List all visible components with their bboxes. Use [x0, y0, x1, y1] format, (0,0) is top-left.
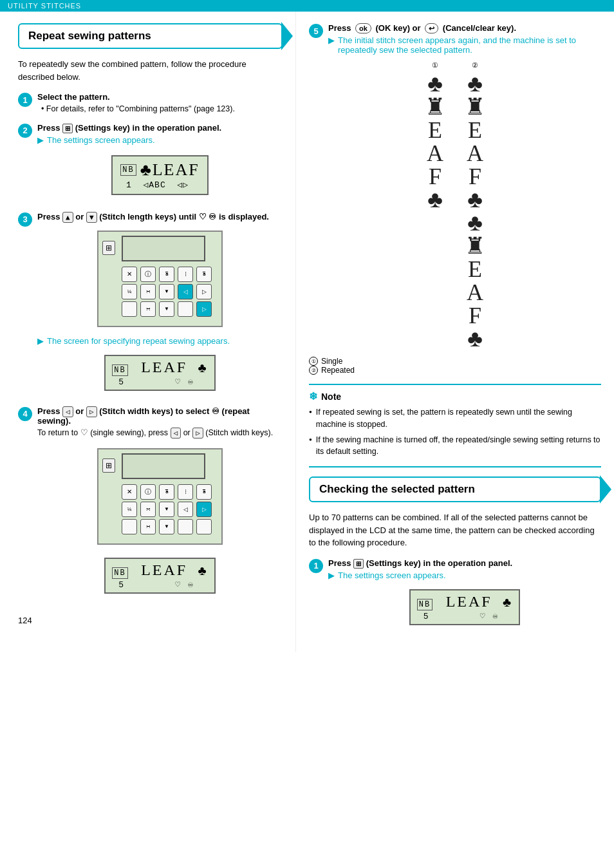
k4-x: ✕	[122, 484, 137, 500]
step-5-row: 5 Press ok (OK key) or ↩ (Cancel/clear k…	[309, 23, 601, 55]
k4-left: ◁	[178, 502, 193, 517]
top-bar: UTILITY STITCHES	[0, 0, 614, 12]
step-1-circle: 1	[18, 93, 32, 107]
page-number: 124	[18, 616, 283, 625]
step-5-title: Press ok (OK key) or ↩ (Cancel/clear key…	[328, 23, 601, 33]
k4-ii2: ∺	[140, 519, 156, 534]
key-a-up2: a̅	[196, 267, 212, 282]
keypad-grid: ✕ ⓘ a̅ ⁝ a̅ ¼ ∺ ▼ ◁ ▷	[122, 267, 218, 317]
right-key-4: ▷	[86, 406, 97, 417]
check-step-1-result: The settings screen appears.	[328, 571, 601, 580]
left-key-4b: ◁	[171, 428, 181, 439]
key-left2	[178, 301, 193, 317]
step-2-circle: 2	[18, 124, 32, 138]
step-3-result: The screen for specifying repeat sewing …	[37, 336, 283, 346]
snowflake-icon: ❄	[309, 390, 317, 402]
k4-dn2: ▼	[159, 519, 174, 534]
keypad-grid-4: ✕ ⓘ a̅ ⁝ a̅ ¼ ∺ ▼ ◁ ▷	[122, 484, 218, 534]
rep2-line1: NB LEAF ♣	[112, 561, 207, 580]
check-step-1-row: 1 Press ⊞ (Settings key) in the operatio…	[309, 558, 601, 634]
right-key-4b: ▷	[192, 428, 203, 439]
sewing-diagram: ① ♣♜EAF♣ ② ♣♜EAF♣♣♜EAF♣	[309, 61, 601, 350]
legend-item-1: ① Single	[309, 357, 601, 366]
panel-4-settings-icon: ⊞	[102, 458, 115, 473]
key-last1	[122, 301, 137, 317]
check-lcd-line2: 5 ♡ ♾	[417, 611, 512, 621]
key-right2: ▷	[196, 301, 212, 317]
section-arrow	[281, 22, 293, 50]
k4-dn: ▼	[159, 502, 174, 517]
key-a-dn2: ▼	[159, 301, 174, 317]
lcd-repeat-box-2: NB LEAF ♣ 5 ♡ ♾	[104, 558, 215, 594]
step-5-content: Press ok (OK key) or ↩ (Cancel/clear key…	[328, 23, 601, 55]
step-4-circle: 4	[18, 407, 32, 421]
lcd-nb-icon: NB	[120, 164, 136, 176]
key-ii: ∺	[140, 284, 156, 299]
key-a-dn: ▼	[159, 284, 174, 299]
left-column: Repeat sewing patterns To repeatedly sew…	[0, 12, 296, 652]
key-left: ◁	[178, 284, 193, 299]
lcd-repeat-2: NB LEAF ♣ 5 ♡ ♾	[37, 554, 283, 598]
section-check-box: Checking the selected pattern	[309, 476, 601, 502]
lcd-repeat: NB LEAF ♣ 5 ♡ ♾	[37, 351, 283, 395]
step-3-circle: 3	[18, 212, 32, 227]
step-3-row: 3 Press ▲ or ▼ (Stitch length keys) unti…	[18, 212, 283, 400]
k4-i: ⓘ	[140, 484, 156, 500]
panel-screen-inner	[122, 236, 205, 261]
sewing-col-single: ① ♣♜EAF♣	[425, 61, 445, 350]
check-step-1-circle: 1	[309, 559, 323, 573]
lcd-check: NB LEAF ♣ 5 ♡ ♾	[328, 585, 601, 629]
cancel-key-icon: ↩	[425, 23, 438, 33]
rep-line2: 5 ♡ ♾	[112, 377, 207, 387]
step-4-body: To return to ♡ (single sewing), press ◁ …	[37, 427, 283, 439]
lcd-check-box: NB LEAF ♣ 5 ♡ ♾	[409, 589, 520, 625]
key-dot: ⁝	[178, 267, 193, 282]
section-check-title: Checking the selected pattern	[319, 483, 475, 495]
legend: ① Single ② Repeated	[309, 357, 601, 375]
panel-4: ⊞ ✕ ⓘ a̅ ⁝ a̅ ¼	[97, 448, 223, 545]
nb-icon-r: NB	[112, 364, 127, 376]
lcd-1: NB ♣LEAF 1 ◁ABC ◁▷	[111, 155, 208, 195]
section-repeat-box: Repeat sewing patterns	[18, 23, 283, 49]
section-repeat-title: Repeat sewing patterns	[28, 30, 151, 42]
check-step-1-content: Press ⊞ (Settings key) in the operation …	[328, 558, 601, 634]
up-key-icon: ▲	[62, 212, 73, 223]
ok-key-icon: ok	[355, 23, 371, 33]
lcd-repeat-box: NB LEAF ♣ 5 ♡ ♾	[104, 355, 215, 391]
step-1-row: 1 Select the pattern. • For details, ref…	[18, 92, 283, 117]
step-2-result: The settings screen appears.	[37, 135, 283, 145]
rep-line1: NB LEAF ♣	[112, 359, 207, 377]
col-label-2: ②	[472, 61, 478, 70]
step-1-bullet: • For details, refer to "Combining patte…	[41, 103, 283, 115]
step-3-content: Press ▲ or ▼ (Stitch length keys) until …	[37, 212, 283, 400]
k4-dot: ⁝	[178, 484, 193, 500]
step-4-title: Press ◁ or ▷ (Stitch width keys) to sele…	[37, 406, 283, 426]
key-a-up: a̅	[159, 267, 174, 282]
note-item-1: If repeated sewing is set, the pattern i…	[309, 406, 601, 431]
sewing-repeated-symbol: ♣♜EAF♣♣♜EAF♣	[465, 72, 485, 350]
k4-right2	[196, 519, 212, 534]
col-label-1: ①	[432, 61, 438, 70]
key-14: ¼	[122, 284, 137, 299]
legend-item-2: ② Repeated	[309, 366, 601, 375]
right-column: 5 Press ok (OK key) or ↩ (Cancel/clear k…	[296, 12, 614, 652]
k4-right: ▷	[196, 502, 212, 517]
step-3-title: Press ▲ or ▼ (Stitch length keys) until …	[37, 212, 283, 222]
k4-14: ¼	[122, 502, 137, 517]
lcd-display-1: NB ♣LEAF 1 ◁ABC ◁▷	[37, 150, 283, 200]
note-box: ❄ Note If repeated sewing is set, the pa…	[309, 384, 601, 467]
panel-4-screen-inner	[122, 453, 205, 479]
k4-e1	[122, 519, 137, 534]
check-intro: Up to 70 patterns can be combined. If al…	[309, 511, 601, 549]
step-2-title: Press ⊞ (Settings key) in the operation …	[37, 123, 283, 133]
step-1-title: Select the pattern.	[37, 92, 283, 102]
sewing-single-symbol: ♣♜EAF♣	[425, 72, 445, 211]
step-4-screen: ⊞ ✕ ⓘ a̅ ⁝ a̅ ¼	[37, 444, 283, 549]
sewing-col-repeated: ② ♣♜EAF♣♣♜EAF♣	[465, 61, 485, 350]
legend-circle-2: ②	[309, 366, 318, 375]
settings-key-icon-check: ⊞	[353, 559, 364, 569]
step-4-row: 4 Press ◁ or ▷ (Stitch width keys) to se…	[18, 406, 283, 603]
step-3-screen: ⊞ ✕ ⓘ a̅ ⁝ a̅ ¼	[37, 227, 283, 331]
step-5-result: The initial stitch screen appears again,…	[328, 35, 601, 55]
step-2-content: Press ⊞ (Settings key) in the operation …	[37, 123, 283, 205]
